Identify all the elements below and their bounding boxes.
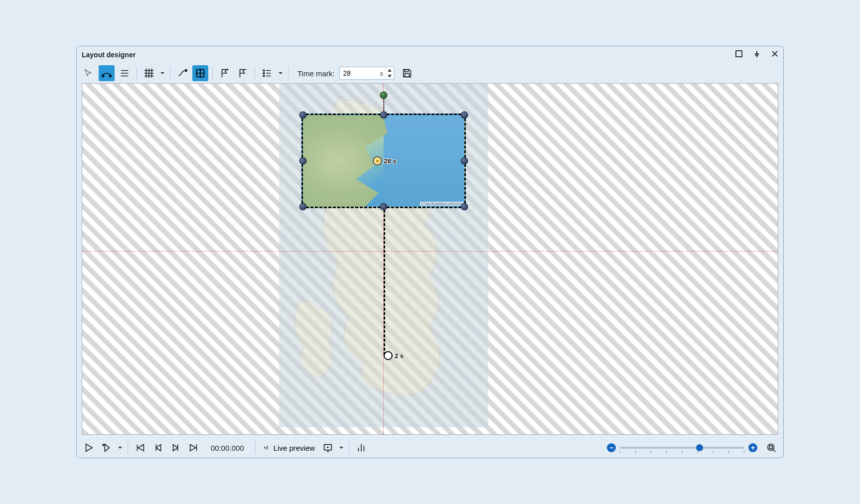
- next-frame-button[interactable]: [168, 440, 184, 456]
- svg-rect-15: [769, 446, 772, 449]
- svg-point-6: [263, 73, 265, 74]
- handle-se[interactable]: [461, 203, 468, 211]
- live-preview-toggle[interactable]: Live preview: [260, 440, 318, 456]
- separator: [349, 441, 349, 454]
- maximize-icon[interactable]: [735, 50, 742, 59]
- handle-sw[interactable]: [299, 203, 307, 211]
- spinner-down[interactable]: [386, 73, 394, 79]
- rotation-handle[interactable]: [380, 92, 388, 99]
- layers-button[interactable]: [117, 65, 133, 81]
- titlebar: Layout designer: [77, 46, 783, 63]
- time-unit-label: s: [380, 70, 385, 77]
- svg-point-12: [264, 447, 266, 449]
- svg-rect-9: [405, 74, 409, 77]
- play-dropdown[interactable]: [117, 445, 124, 450]
- select-tool-button[interactable]: [81, 65, 97, 81]
- zoom-ticks: [620, 451, 744, 453]
- zoom-slider-track[interactable]: [620, 447, 744, 449]
- keyframe-dot-icon: [384, 351, 393, 360]
- separator: [170, 67, 170, 80]
- equalizer-button[interactable]: [353, 440, 369, 456]
- grid-dropdown[interactable]: [159, 71, 166, 76]
- separator: [255, 441, 256, 454]
- window-controls: [735, 50, 778, 59]
- time-mark-input[interactable]: [340, 68, 380, 78]
- separator: [288, 67, 288, 80]
- crop-tool-button[interactable]: [192, 65, 208, 81]
- svg-rect-0: [736, 51, 742, 57]
- bottom-toolbar: 00:00.000 Live preview − +: [77, 438, 783, 458]
- svg-rect-8: [405, 70, 408, 72]
- play-segment-button[interactable]: [99, 440, 115, 456]
- grid-button[interactable]: [141, 65, 157, 81]
- handle-nw[interactable]: [299, 112, 307, 119]
- separator: [137, 67, 137, 80]
- bezier-tool-button[interactable]: [99, 65, 115, 81]
- live-preview-label: Live preview: [274, 444, 315, 452]
- flag-add-button[interactable]: [217, 65, 233, 81]
- canvas[interactable]: © OpenStreetMap contributors 28 s 2 s: [82, 83, 778, 435]
- svg-point-14: [768, 444, 774, 451]
- save-button[interactable]: [399, 65, 415, 81]
- keyframe-dot-icon: [373, 156, 382, 165]
- window-title: Layout designer: [82, 51, 136, 59]
- layout-designer-window: Layout designer Time mark: s: [76, 46, 784, 458]
- svg-point-11: [103, 444, 104, 446]
- zoom-in-button[interactable]: +: [748, 443, 757, 452]
- path-tool-button[interactable]: [174, 65, 190, 81]
- preview-window-button[interactable]: [320, 440, 336, 456]
- timecode-display: 00:00.000: [211, 444, 244, 452]
- separator: [128, 441, 128, 454]
- keyframe-other[interactable]: 2 s: [384, 351, 404, 360]
- guide-horizontal: [82, 251, 778, 252]
- zoom-control: − +: [607, 443, 757, 452]
- keyframe-other-label: 2 s: [395, 352, 404, 360]
- play-button[interactable]: [81, 440, 97, 456]
- keyframe-current[interactable]: 28 s: [373, 156, 396, 165]
- forward-end-button[interactable]: [186, 440, 202, 456]
- svg-point-7: [263, 75, 265, 77]
- spinner-up[interactable]: [386, 67, 394, 73]
- separator: [255, 67, 255, 80]
- separator: [212, 67, 213, 80]
- map-attribution: © OpenStreetMap contributors: [420, 202, 463, 206]
- handle-s[interactable]: [380, 203, 388, 211]
- close-icon[interactable]: [771, 50, 778, 59]
- list-button[interactable]: [259, 65, 275, 81]
- time-mark-spinner[interactable]: s: [339, 67, 394, 80]
- rewind-start-button[interactable]: [132, 440, 148, 456]
- pin-icon[interactable]: [753, 50, 760, 59]
- svg-point-5: [263, 70, 265, 71]
- zoom-slider-thumb[interactable]: [696, 444, 703, 451]
- handle-e[interactable]: [461, 157, 468, 165]
- keyframe-current-label: 28 s: [384, 157, 396, 165]
- handle-n[interactable]: [380, 112, 388, 119]
- handle-ne[interactable]: [461, 112, 468, 119]
- zoom-out-button[interactable]: −: [607, 443, 616, 452]
- svg-point-3: [185, 70, 187, 72]
- list-dropdown[interactable]: [277, 71, 284, 76]
- zoom-fit-button[interactable]: [763, 440, 779, 456]
- handle-w[interactable]: [299, 157, 307, 165]
- prev-frame-button[interactable]: [150, 440, 166, 456]
- time-mark-label: Time mark:: [297, 69, 334, 78]
- flag-remove-button[interactable]: [235, 65, 251, 81]
- top-toolbar: Time mark: s: [77, 63, 783, 83]
- preview-dropdown[interactable]: [338, 445, 345, 450]
